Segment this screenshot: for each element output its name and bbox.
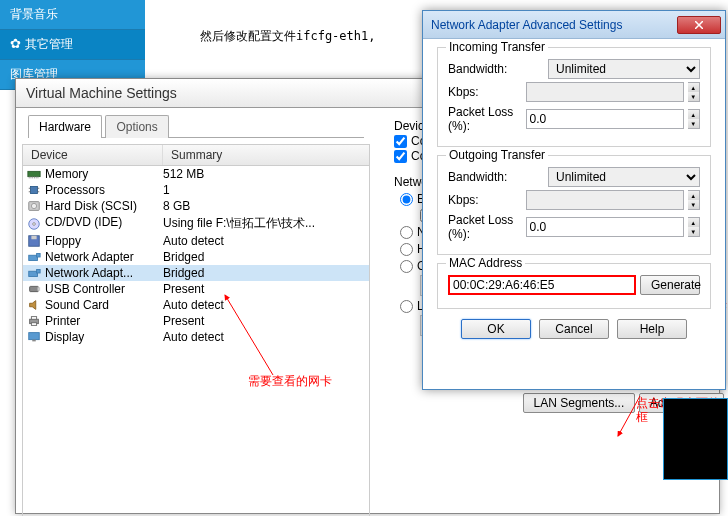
device-summary: Auto detect [163,330,369,344]
device-name: USB Controller [45,282,163,296]
context-text: 然后修改配置文件ifcfg-eth1, [200,28,375,45]
device-summary: Auto detect [163,298,369,312]
left-panel: Hardware Options Device Summary Memory51… [16,114,376,516]
cancel-button[interactable]: Cancel [539,319,609,339]
device-summary: Bridged [163,266,369,280]
device-row[interactable]: Network Adapt...Bridged [23,265,369,281]
tab-hardware[interactable]: Hardware [28,115,102,138]
device-summary: Auto detect [163,234,369,248]
device-name: Printer [45,314,163,328]
in-packetloss-label: Packet Loss (%): [448,105,522,133]
out-kbps-label: Kbps: [448,193,522,207]
host-only-radio[interactable] [400,243,413,256]
device-row[interactable]: DisplayAuto detect [23,329,369,345]
device-name: CD/DVD (IDE) [45,215,163,232]
print-icon [23,314,45,328]
connected-checkbox[interactable] [394,135,407,148]
in-packetloss-input[interactable] [526,109,684,129]
mac-address-input[interactable] [448,275,636,295]
black-panel [663,398,728,480]
device-summary: Present [163,282,369,296]
sound-icon [23,298,45,312]
device-table: Device Summary Memory512 MBProcessors1Ha… [22,144,370,516]
tab-options[interactable]: Options [105,115,168,138]
in-bandwidth-select[interactable]: Unlimited [548,59,700,79]
custom-radio[interactable] [400,260,413,273]
hdd-icon [23,199,45,213]
outgoing-fieldset: Outgoing Transfer Bandwidth:Unlimited Kb… [437,155,711,255]
incoming-legend: Incoming Transfer [446,40,548,54]
lan-segment-radio[interactable] [400,300,413,313]
sidebar: 背景音乐 其它管理 图库管理 [0,0,145,90]
outgoing-legend: Outgoing Transfer [446,148,548,162]
svg-rect-22 [30,286,39,291]
cd-icon [23,215,45,232]
generate-button[interactable]: Generate [640,275,700,295]
sidebar-item-other-manage[interactable]: 其它管理 [0,30,145,60]
out-kbps-input [526,190,684,210]
nat-radio[interactable] [400,226,413,239]
svg-rect-6 [38,177,39,179]
sidebar-item-bg-music[interactable]: 背景音乐 [0,0,145,30]
svg-point-15 [33,222,36,225]
device-summary: 8 GB [163,199,369,213]
svg-rect-4 [34,177,35,179]
in-pl-spinner[interactable]: ▲▼ [688,109,700,129]
svg-point-13 [31,203,36,208]
usb-icon [23,282,45,296]
device-name: Sound Card [45,298,163,312]
device-row[interactable]: PrinterPresent [23,313,369,329]
connect-at-power-checkbox[interactable] [394,150,407,163]
svg-rect-5 [36,177,37,179]
device-name: Network Adapter [45,250,163,264]
advanced-settings-dialog: Network Adapter Advanced Settings Incomi… [422,10,726,390]
col-device: Device [23,145,163,165]
device-row[interactable]: USB ControllerPresent [23,281,369,297]
dialog-titlebar: Network Adapter Advanced Settings [423,11,725,39]
out-bandwidth-label: Bandwidth: [448,170,544,184]
out-bandwidth-select[interactable]: Unlimited [548,167,700,187]
out-packetloss-input[interactable] [526,217,684,237]
close-icon [695,21,703,29]
cpu-icon [23,183,45,197]
device-summary: Using file F:\恒拓工作\技术... [163,215,369,232]
out-kbps-spinner[interactable]: ▲▼ [688,190,700,210]
device-row[interactable]: Hard Disk (SCSI)8 GB [23,198,369,214]
col-summary: Summary [163,145,230,165]
device-row[interactable]: Memory512 MB [23,166,369,182]
memory-icon [23,167,45,181]
help-button[interactable]: Help [617,319,687,339]
device-name: Display [45,330,163,344]
in-kbps-label: Kbps: [448,85,522,99]
out-packetloss-label: Packet Loss (%): [448,213,522,241]
device-summary: 512 MB [163,167,369,181]
device-summary: 1 [163,183,369,197]
bridged-radio[interactable] [400,193,413,206]
net-icon [23,250,45,264]
tab-strip: Hardware Options [28,114,364,138]
in-bandwidth-label: Bandwidth: [448,62,544,76]
svg-rect-7 [31,187,38,194]
device-row[interactable]: Sound CardAuto detect [23,297,369,313]
close-button[interactable] [677,16,721,34]
device-name: Memory [45,167,163,181]
device-summary: Present [163,314,369,328]
device-summary: Bridged [163,250,369,264]
ok-button[interactable]: OK [461,319,531,339]
mac-fieldset: MAC Address Generate [437,263,711,309]
svg-rect-1 [29,177,30,179]
svg-rect-21 [37,270,41,274]
display-icon [23,330,45,344]
device-row[interactable]: Network AdapterBridged [23,249,369,265]
device-row[interactable]: CD/DVD (IDE)Using file F:\恒拓工作\技术... [23,214,369,233]
device-row[interactable]: Processors1 [23,182,369,198]
svg-rect-25 [31,317,36,320]
mac-legend: MAC Address [446,256,525,270]
device-name: Hard Disk (SCSI) [45,199,163,213]
device-row[interactable]: FloppyAuto detect [23,233,369,249]
out-pl-spinner[interactable]: ▲▼ [688,217,700,237]
in-kbps-spinner[interactable]: ▲▼ [688,82,700,102]
svg-rect-3 [32,177,33,179]
lan-segments-button[interactable]: LAN Segments... [523,393,636,413]
floppy-icon [23,234,45,248]
